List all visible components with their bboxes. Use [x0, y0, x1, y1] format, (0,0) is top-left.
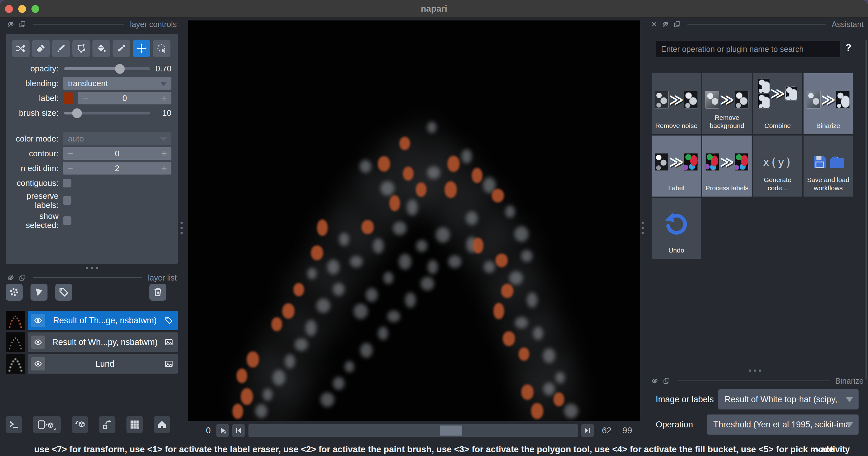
activity-toggle[interactable]: activity: [812, 445, 850, 454]
delete-layer-button[interactable]: [149, 284, 166, 301]
roll-dimensions-button[interactable]: [72, 416, 88, 433]
increment-icon[interactable]: +: [158, 163, 167, 174]
dims-slider[interactable]: [248, 424, 578, 437]
n-edit-dim-spinbox[interactable]: − 2 +: [63, 162, 172, 175]
image-or-labels-dropdown[interactable]: Result of White top-hat (scipy,: [718, 389, 859, 409]
layer-item-lund[interactable]: Lund: [6, 354, 178, 374]
float-panel-icon[interactable]: [674, 21, 681, 28]
skip-to-end-button[interactable]: [581, 424, 594, 437]
left-splitter-handle[interactable]: [181, 222, 183, 234]
assistant-button-combine[interactable]: ≫ Combine: [753, 73, 802, 134]
hide-panel-icon[interactable]: [7, 21, 14, 28]
hide-panel-icon[interactable]: [662, 21, 669, 28]
chevron-down-icon: [160, 137, 167, 141]
blending-label: blending:: [12, 79, 59, 88]
assistant-button-remove-noise[interactable]: ≫ Remove noise: [652, 73, 701, 134]
label-color-swatch[interactable]: [63, 92, 74, 104]
contour-value: 0: [76, 149, 158, 158]
operation-label: Operation: [656, 420, 693, 430]
new-shapes-layer-button[interactable]: [31, 284, 48, 301]
layer-name: Lund: [45, 359, 164, 369]
contiguous-checkbox[interactable]: [63, 179, 71, 187]
color-picker-tool-button[interactable]: [113, 40, 130, 57]
assistant-button-process-labels[interactable]: ≫ Process labels: [702, 135, 752, 196]
dims-current-value: 62: [602, 425, 612, 435]
assistant-button-generate-code[interactable]: x(y) Generate code...: [753, 135, 802, 196]
polygon-tool-button[interactable]: [72, 40, 90, 57]
layer-visibility-toggle[interactable]: [31, 314, 45, 327]
layer-visibility-toggle[interactable]: [31, 336, 45, 349]
ndisplay-toggle-button[interactable]: [33, 416, 61, 433]
color-mode-row: color mode: auto: [12, 132, 172, 145]
label-input-thumb: [655, 153, 669, 171]
layer-visibility-toggle[interactable]: [31, 357, 45, 370]
decrement-icon[interactable]: −: [83, 93, 91, 103]
color-mode-dropdown[interactable]: auto: [63, 132, 172, 145]
home-reset-view-button[interactable]: [154, 416, 170, 433]
fill-bucket-tool-button[interactable]: [92, 40, 110, 57]
assistant-button-binarize[interactable]: ≫ Binarize: [804, 73, 853, 134]
image-canvas[interactable]: [188, 21, 640, 421]
layer-item-result-of-th[interactable]: Result of Th...ge, nsbatwm): [6, 311, 178, 330]
transpose-dimensions-button[interactable]: [99, 416, 116, 433]
opacity-slider-handle[interactable]: [115, 64, 125, 73]
assistant-button-save-load-workflows[interactable]: Save and load workflows: [804, 135, 853, 196]
increment-icon[interactable]: +: [158, 93, 167, 103]
increment-icon[interactable]: +: [158, 148, 167, 159]
contour-label: contour:: [12, 149, 59, 158]
opacity-label: opacity:: [12, 64, 59, 73]
color-mode-value: auto: [68, 134, 84, 144]
new-labels-layer-button[interactable]: [55, 284, 72, 301]
scrollbar[interactable]: [866, 40, 867, 379]
new-points-layer-button[interactable]: [6, 284, 23, 301]
hide-panel-icon[interactable]: [651, 377, 658, 385]
paint-brush-tool-button[interactable]: [52, 40, 70, 57]
image-layer-type-icon: [164, 338, 173, 346]
decrement-icon[interactable]: −: [67, 163, 76, 174]
brush-size-slider-handle[interactable]: [72, 108, 82, 118]
label-spinbox[interactable]: − 0 +: [78, 92, 172, 104]
preserve-labels-checkbox[interactable]: [63, 196, 71, 205]
skip-to-start-button[interactable]: [232, 424, 245, 437]
preserve-labels-row: preserve labels:: [12, 191, 172, 209]
pick-mode-tool-button[interactable]: [153, 40, 170, 57]
grid-view-button[interactable]: [126, 416, 143, 433]
background-image-thumb: [705, 91, 719, 109]
eraser-tool-button[interactable]: [32, 40, 50, 57]
combine-input-thumb: [758, 79, 770, 93]
pan-zoom-tool-button[interactable]: [133, 40, 150, 57]
assistant-button-remove-background[interactable]: ≫ Remove background: [702, 73, 752, 134]
float-panel-icon[interactable]: [663, 377, 670, 384]
show-selected-checkbox[interactable]: [63, 216, 71, 225]
search-input[interactable]: [656, 40, 841, 58]
opacity-slider[interactable]: [63, 62, 151, 75]
console-button[interactable]: [6, 416, 22, 433]
decrement-icon[interactable]: −: [67, 148, 76, 159]
show-selected-row: show selected:: [12, 212, 172, 230]
play-button[interactable]: [216, 424, 229, 437]
layer-controls-resize-handle[interactable]: [82, 266, 102, 270]
assistant-button-label[interactable]: ≫ Label: [652, 135, 701, 196]
brush-size-slider[interactable]: [63, 107, 151, 119]
combine-output-thumb: [785, 86, 797, 101]
binarize-panel-resize-handle[interactable]: [745, 369, 765, 372]
label-output-thumb: [684, 153, 698, 171]
assistant-button-undo[interactable]: Undo: [652, 198, 701, 259]
labels-toolbar: [12, 40, 172, 57]
float-panel-icon[interactable]: [19, 21, 26, 28]
chevrons-icon: ≫: [669, 155, 683, 169]
blending-dropdown[interactable]: translucent: [63, 77, 172, 90]
transform-tool-button[interactable]: [12, 40, 30, 57]
close-panel-icon[interactable]: [651, 21, 657, 27]
operation-dropdown[interactable]: Threshold (Yen et al 1995, scikit-ima: [707, 415, 859, 435]
opacity-row: opacity: 0.70: [12, 62, 172, 75]
contour-spinbox[interactable]: − 0 +: [63, 147, 172, 160]
brush-size-row: brush size: 10: [12, 107, 172, 119]
chevrons-icon: ≫: [669, 93, 683, 107]
layer-item-result-of-wh[interactable]: Result of Wh...py, nsbatwm): [6, 332, 178, 352]
float-panel-icon[interactable]: [19, 274, 26, 281]
help-button[interactable]: ?: [845, 42, 851, 54]
hide-panel-icon[interactable]: [7, 274, 14, 281]
dims-slider-handle[interactable]: [440, 425, 462, 435]
assistant-button-grid: ≫ Remove noise ≫ Remove background ≫ Com…: [652, 73, 853, 259]
